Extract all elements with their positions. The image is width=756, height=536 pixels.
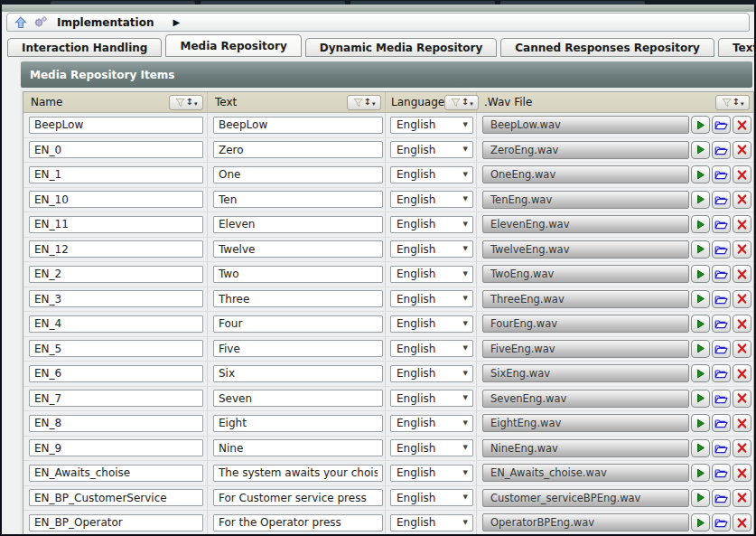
open-file-button[interactable] [712,315,731,333]
language-select[interactable]: English ▼ [390,365,473,382]
delete-button[interactable] [733,116,751,134]
tab-media-repository[interactable]: Media Repository [165,34,301,57]
tab-interaction-handling[interactable]: Interaction Handling [7,38,162,57]
name-input[interactable] [29,290,203,307]
name-input[interactable] [29,365,203,382]
filter-sort-button[interactable]: ↕ ▾ [715,95,750,110]
open-file-button[interactable] [712,340,731,358]
play-button[interactable] [691,414,710,432]
breadcrumb-forward-icon[interactable]: ▶ [173,18,180,27]
language-select[interactable]: English ▼ [390,415,473,432]
name-input[interactable] [29,439,203,456]
breadcrumb-label[interactable]: Implementation [57,16,154,29]
language-select[interactable]: English ▼ [390,166,473,183]
text-input[interactable] [213,489,383,506]
open-file-button[interactable] [712,240,731,259]
text-input[interactable] [213,266,383,283]
open-file-button[interactable] [712,464,731,482]
language-select[interactable]: English ▼ [390,216,473,233]
language-select[interactable]: English ▼ [390,390,473,407]
tab-text-template-rep[interactable]: Text Template Rep [718,38,754,57]
delete-button[interactable] [733,265,751,283]
language-select[interactable]: English ▼ [390,240,473,258]
delete-button[interactable] [733,489,751,507]
delete-button[interactable] [733,513,751,531]
open-file-button[interactable] [712,215,731,233]
language-select[interactable]: English ▼ [390,514,473,531]
delete-button[interactable] [733,290,751,308]
name-input[interactable] [29,117,203,134]
text-input[interactable] [213,465,383,482]
language-select[interactable]: English ▼ [390,191,473,208]
language-select[interactable]: English ▼ [390,141,473,158]
play-button[interactable] [691,340,710,358]
name-input[interactable] [29,489,203,506]
language-select[interactable]: English ▼ [390,266,473,283]
filter-sort-button[interactable]: ↕ ▾ [169,95,203,110]
name-input[interactable] [29,191,203,208]
name-input[interactable] [29,465,203,482]
play-button[interactable] [691,513,710,531]
delete-button[interactable] [733,315,751,333]
play-button[interactable] [691,215,710,233]
text-input[interactable] [213,191,383,208]
language-select[interactable]: English ▼ [390,340,473,357]
delete-button[interactable] [733,215,751,233]
play-button[interactable] [691,489,710,507]
open-file-button[interactable] [712,489,731,507]
play-button[interactable] [691,141,710,159]
text-input[interactable] [213,240,383,258]
language-select[interactable]: English ▼ [390,439,473,456]
delete-button[interactable] [733,240,751,259]
open-file-button[interactable] [712,414,731,432]
open-file-button[interactable] [712,390,731,408]
text-input[interactable] [213,166,383,183]
open-file-button[interactable] [712,439,731,457]
language-select[interactable]: English ▼ [390,315,473,333]
delete-button[interactable] [733,191,751,209]
up-arrow-icon[interactable] [14,16,27,29]
play-button[interactable] [691,315,710,333]
tab-canned-responses-repository[interactable]: Canned Responses Repository [500,38,714,57]
language-select[interactable]: English ▼ [390,290,473,307]
filter-sort-button[interactable]: ↕ ▾ [347,95,381,110]
name-input[interactable] [29,415,203,432]
open-file-button[interactable] [712,513,731,531]
play-button[interactable] [691,390,710,408]
text-input[interactable] [213,365,383,382]
name-input[interactable] [29,514,203,531]
open-file-button[interactable] [712,141,731,159]
open-file-button[interactable] [712,265,731,283]
text-input[interactable] [213,415,383,432]
text-input[interactable] [213,117,383,134]
open-file-button[interactable] [712,290,731,308]
delete-button[interactable] [733,464,751,482]
name-input[interactable] [29,166,203,183]
name-input[interactable] [29,340,203,357]
name-input[interactable] [29,240,203,258]
text-input[interactable] [213,141,383,158]
language-select[interactable]: English ▼ [390,465,473,482]
name-input[interactable] [29,266,203,283]
play-button[interactable] [691,364,710,382]
name-input[interactable] [29,216,203,233]
play-button[interactable] [691,191,710,209]
play-button[interactable] [691,464,710,482]
open-file-button[interactable] [712,116,731,134]
delete-button[interactable] [733,439,751,457]
play-button[interactable] [691,439,710,457]
play-button[interactable] [691,265,710,283]
tab-dynamic-media-repository[interactable]: Dynamic Media Repository [305,38,498,57]
name-input[interactable] [29,141,203,158]
delete-button[interactable] [733,390,751,408]
play-button[interactable] [691,290,710,308]
gears-icon[interactable] [33,15,48,29]
text-input[interactable] [213,340,383,357]
delete-button[interactable] [733,141,751,159]
text-input[interactable] [213,290,383,307]
play-button[interactable] [691,165,710,183]
name-input[interactable] [29,315,203,333]
play-button[interactable] [691,240,710,259]
play-button[interactable] [691,116,710,134]
language-select[interactable]: English ▼ [390,489,473,506]
